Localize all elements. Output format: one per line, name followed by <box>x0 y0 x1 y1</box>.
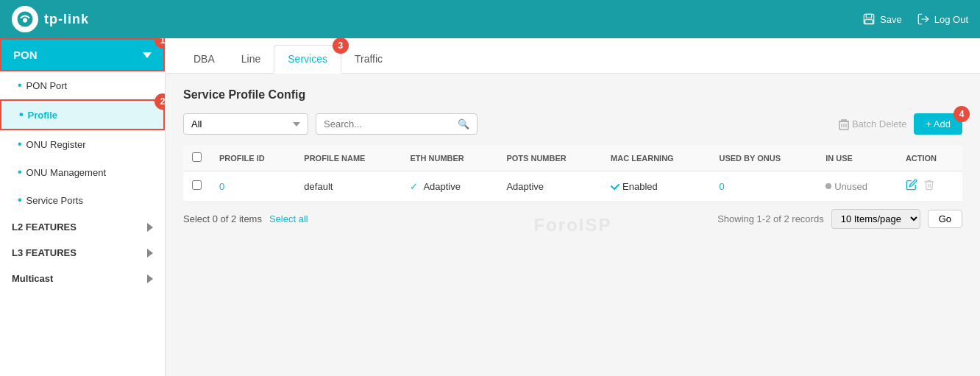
tab-line[interactable]: Line <box>228 46 274 74</box>
batch-delete-button[interactable]: Batch Delete <box>839 118 906 130</box>
search-input[interactable] <box>324 118 458 130</box>
table-footer: Select 0 of 2 items Select all Showing 1… <box>183 202 962 236</box>
tab-traffic[interactable]: Traffic <box>341 46 396 74</box>
logo-text: tp-link <box>44 12 89 27</box>
sidebar-item-onu-management[interactable]: • ONU Management <box>0 158 165 186</box>
row-eth-number: ✓ Adaptive <box>401 171 497 202</box>
in-use-dot <box>825 183 831 189</box>
chevron-right-icon <box>147 249 153 258</box>
delete-icon[interactable] <box>923 179 935 194</box>
tab-wrapper-line: Line <box>228 46 274 73</box>
tab-wrapper-traffic: Traffic <box>341 46 396 73</box>
header-actions: Save Log Out <box>862 13 968 26</box>
sidebar-item-onu-register[interactable]: • ONU Register <box>0 130 165 158</box>
logout-label: Log Out <box>934 14 968 25</box>
search-icon: 🔍 <box>458 118 469 130</box>
l3-label: L3 FEATURES <box>12 247 77 258</box>
col-profile-name: PROFILE NAME <box>295 145 401 171</box>
l2-label: L2 FEATURES <box>12 221 77 233</box>
tab-services[interactable]: Services <box>274 45 341 74</box>
sidebar-label-service-ports: Service Ports <box>26 195 83 206</box>
logout-button[interactable]: Log Out <box>917 13 968 26</box>
select-all-checkbox[interactable] <box>192 152 202 162</box>
multicast-label: Multicast <box>12 273 53 284</box>
tp-link-logo-icon <box>12 6 38 32</box>
sidebar-section-l3[interactable]: L3 FEATURES <box>0 240 165 266</box>
row-in-use: Unused <box>817 171 897 202</box>
col-pots-number: POTS NUMBER <box>497 145 602 171</box>
col-action: ACTION <box>897 145 962 171</box>
row-action <box>897 171 962 202</box>
edit-icon[interactable] <box>906 179 917 194</box>
sidebar-item-service-ports[interactable]: • Service Ports <box>0 186 165 214</box>
sidebar-label-onu-register: ONU Register <box>26 139 86 150</box>
tab-wrapper-dba: DBA <box>180 46 228 73</box>
sidebar-pon-header[interactable]: PON 1 <box>0 38 165 71</box>
col-mac-learning: MAC LEARNING <box>602 145 710 171</box>
go-button[interactable]: Go <box>928 210 962 228</box>
showing-text: Showing 1-2 of 2 records <box>717 213 824 224</box>
save-icon <box>862 13 876 26</box>
row-profile-name: default <box>295 171 401 202</box>
tabs-bar: DBA Line Services 3 Traffic <box>166 38 980 74</box>
row-pots-number: Adaptive <box>497 171 602 202</box>
col-used-by-onus: USED BY ONUS <box>710 145 817 171</box>
tab-wrapper-services: Services 3 <box>274 45 341 73</box>
sidebar-label-pon-port: PON Port <box>26 80 68 91</box>
add-button[interactable]: + Add 4 <box>914 113 962 135</box>
col-profile-id: PROFILE ID <box>210 145 295 171</box>
dot-icon: • <box>18 138 22 151</box>
svg-rect-5 <box>865 20 873 24</box>
chevron-down-icon <box>143 52 152 58</box>
save-button[interactable]: Save <box>862 13 902 26</box>
tab-services-label: Services <box>288 53 327 65</box>
row-checkbox[interactable] <box>192 180 202 190</box>
chevron-right-icon <box>147 223 153 232</box>
page-content: ForoISP Service Profile Config All 🔍 <box>166 74 980 376</box>
select-all-link[interactable]: Select all <box>269 213 308 224</box>
sidebar-badge-1: 1 <box>155 38 166 49</box>
sidebar-item-profile[interactable]: • Profile 2 <box>0 99 165 130</box>
svg-rect-4 <box>866 14 872 18</box>
dot-icon: • <box>18 79 22 92</box>
sidebar-label-profile: Profile <box>28 110 57 121</box>
content-area: DBA Line Services 3 Traffic <box>166 38 980 376</box>
batch-delete-label: Batch Delete <box>852 118 906 130</box>
row-checkbox-cell <box>183 171 210 202</box>
col-eth-number: ETH NUMBER <box>401 145 497 171</box>
dot-icon: • <box>18 194 22 207</box>
per-page-select[interactable]: 10 Items/page <box>831 209 920 229</box>
used-by-onus-link[interactable]: 0 <box>719 181 724 192</box>
add-label: + Add <box>926 118 951 130</box>
page-title: Service Profile Config <box>183 88 962 102</box>
dot-icon: • <box>18 166 22 179</box>
chevron-right-icon <box>147 274 153 283</box>
select-count: Select 0 of 2 items <box>183 213 262 224</box>
data-table: PROFILE ID PROFILE NAME ETH NUMBER POTS … <box>183 145 962 202</box>
toolbar: All 🔍 Batch <box>183 113 962 135</box>
sidebar-pon-label: PON <box>13 49 38 61</box>
trash-icon <box>839 118 849 130</box>
sidebar-label-onu-management: ONU Management <box>26 167 106 178</box>
profile-id-link[interactable]: 0 <box>219 181 224 192</box>
col-checkbox <box>183 145 210 171</box>
filter-select[interactable]: All <box>183 113 308 135</box>
sidebar-section-l2[interactable]: L2 FEATURES <box>0 214 165 240</box>
sidebar-section-multicast[interactable]: Multicast <box>0 266 165 291</box>
col-in-use: IN USE <box>817 145 897 171</box>
search-box: 🔍 <box>316 113 477 135</box>
add-badge-4: 4 <box>954 106 970 122</box>
logo-area: tp-link <box>12 6 89 32</box>
row-profile-id: 0 <box>210 171 295 202</box>
tab-dba[interactable]: DBA <box>180 46 228 74</box>
sidebar: PON 1 • PON Port • Profile 2 • ONU Regis… <box>0 38 166 376</box>
sidebar-item-pon-port[interactable]: • PON Port <box>0 71 165 99</box>
tab-dba-label: DBA <box>193 53 215 65</box>
header: tp-link Save Log Out <box>0 0 980 38</box>
row-mac-learning: Enabled <box>602 171 710 202</box>
save-label: Save <box>880 14 902 25</box>
eth-dropdown-icon: ✓ <box>410 181 418 192</box>
main-layout: PON 1 • PON Port • Profile 2 • ONU Regis… <box>0 38 980 376</box>
logout-icon <box>917 13 930 26</box>
tab-line-label: Line <box>241 53 260 65</box>
